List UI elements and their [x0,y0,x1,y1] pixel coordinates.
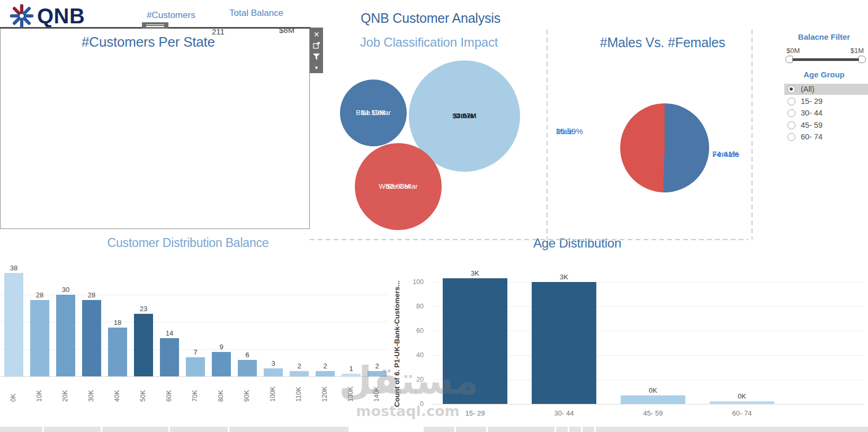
pie-chart-title: #Males Vs. #Females [557,35,768,50]
bar-80K[interactable] [212,352,231,376]
y-tick: 20 [402,376,424,383]
x-axis-line [432,404,864,404]
x-tick-label: 45- 59 [632,409,674,417]
separator-horizontal [310,239,748,240]
bar-10K[interactable] [30,300,49,376]
bar-15- 29[interactable] [443,278,507,404]
radio-icon[interactable] [788,98,795,105]
tab-customers[interactable]: #Customers [147,10,195,21]
x-tick-label: 70K [191,380,199,402]
map-panel-toolbar: ✕ ▼ [310,28,323,73]
bar-30- 44[interactable] [532,282,596,404]
bar-value-label: 38 [1,264,27,272]
balance-filter-handle-min[interactable] [785,56,793,63]
bar-60- 74[interactable] [710,401,774,404]
x-tick-label: 130K [347,380,354,402]
bar-value-label: 1 [338,365,364,373]
bar-value-label: 18 [104,319,131,327]
pie-graphic[interactable] [620,103,709,192]
age-group-option-label: 60- 74 [801,133,822,141]
x-axis-line [0,376,388,377]
bubble-white-collar[interactable]: White Collar$2.68M [355,143,442,230]
qnb-logo: QNB [10,3,131,29]
bar-value-label: 6 [234,351,261,359]
x-tick-label: 120K [321,380,328,402]
radio-icon[interactable] [788,109,795,117]
age-group-filter-title: Age Group [773,70,868,79]
x-tick-label: 60K [165,380,173,402]
bar-40K[interactable] [108,328,127,376]
bar-value-label: 23 [130,305,157,313]
bar-30K[interactable] [82,300,101,376]
bar-value-label: 0K [640,386,666,394]
bar-60K[interactable] [160,338,179,376]
y-tick: 80 [402,303,424,310]
x-tick-label: 90K [243,380,250,402]
x-tick-label: 10K [35,380,43,402]
age-group-option-label: 15- 29 [801,97,822,105]
x-tick-label: 0K [10,380,17,402]
radio-icon[interactable] [788,133,795,141]
radio-selected-icon[interactable] [788,85,795,93]
collapse-caret-icon[interactable]: ▼ [310,62,323,73]
bar-140K[interactable] [368,371,387,376]
radio-icon[interactable] [788,121,795,129]
bar-120K[interactable] [316,371,335,376]
y-tick: 100 [402,278,424,286]
bar-value-label: 30 [52,286,79,294]
balance-filter-slider-track[interactable] [789,58,861,61]
age-group-option-all[interactable]: (All) [784,84,868,95]
kpi-customers-value: 211 [212,27,225,36]
age-group-option-15-29[interactable]: 15- 29 [784,96,868,107]
balance-filter-max: $1M [830,47,864,55]
age-group-option-30-44[interactable]: 30- 44 [784,108,868,119]
open-in-new-window-icon[interactable] [310,40,323,51]
y-tick: 0 [402,400,424,408]
bar-130K[interactable] [342,374,361,376]
balance-filter-title: Balacne Filter [773,32,868,41]
filter-funnel-icon[interactable] [310,51,323,62]
bar-value-label: 28 [78,291,105,299]
dashboard-title: QNB Customer Analysis [325,11,536,26]
y-tick: 40 [402,351,424,359]
x-tick-label: 40K [113,380,121,402]
qnb-logo-text: QNB [37,4,85,28]
map-title: #Customers Per State [16,34,281,50]
x-tick-label: 50K [139,380,147,402]
close-icon[interactable]: ✕ [310,29,323,40]
bar-110K[interactable] [290,371,309,376]
tab-drag-handle[interactable] [142,22,168,29]
x-tick-label: 140K [373,380,380,402]
bar-70K[interactable] [186,357,205,376]
x-tick-label: 80K [217,380,225,402]
bar-value-label: 2 [312,362,338,370]
bar-20K[interactable] [56,295,75,376]
bar-value-label: 9 [208,343,235,351]
bar-100K[interactable] [264,368,283,376]
separator-vertical-1 [547,30,548,240]
bubble-value: $1.59M [361,108,385,118]
bar-value-label: 3K [551,273,577,281]
balance-filter-handle-max[interactable] [858,56,866,63]
bar-50K[interactable] [134,314,153,376]
bar-90K[interactable] [238,360,257,376]
y-tick: 60 [402,327,424,334]
age-chart-title: Age Distribution [445,236,710,251]
bar-45- 59[interactable] [621,395,685,404]
bar-value-label: 28 [26,291,53,299]
pie-label-male-pct: 25.59% [556,126,583,136]
bar-0K[interactable] [4,273,23,376]
age-group-option-60-74[interactable]: 60- 74 [784,131,868,143]
x-tick-label: 20K [61,380,69,402]
x-tick-label: 30- 44 [543,409,585,417]
separator-vertical-2 [751,30,753,240]
bar-value-label: 3K [462,269,488,277]
bubble-blue-collar[interactable]: Blue Collar$1.59M [340,80,407,146]
bar-value-label: 3 [260,359,287,367]
qnb-logo-star-icon [10,4,34,28]
map-panel [0,28,310,229]
tab-total-balance[interactable]: Total Balance [229,8,283,19]
age-group-option-45-59[interactable]: 45- 59 [784,120,868,131]
x-tick-label: 30K [87,380,95,402]
age-group-option-label: 30- 44 [801,109,822,117]
